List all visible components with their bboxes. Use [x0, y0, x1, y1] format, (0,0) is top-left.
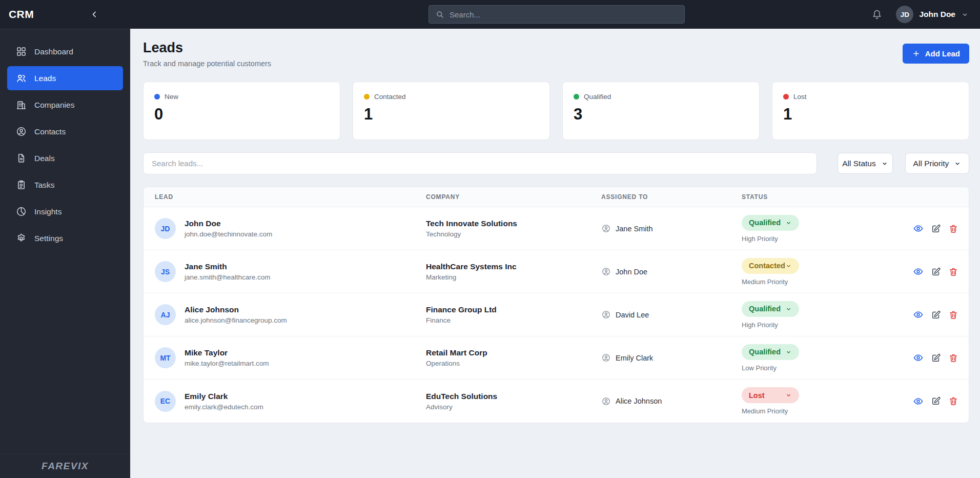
table-row: JS Jane Smith jane.smith@healthcare.com …: [144, 250, 969, 293]
lead-name: Emily Clark: [185, 392, 263, 401]
status-select[interactable]: Qualified: [742, 344, 799, 360]
sidebar-item-companies[interactable]: Companies: [7, 93, 123, 117]
eye-icon: [913, 396, 924, 407]
assigned-name: Jane Smith: [616, 225, 653, 233]
priority-label: Medium Priority: [742, 278, 907, 286]
priority-filter-select[interactable]: All Priority: [905, 153, 969, 174]
trash-icon: [948, 353, 958, 363]
lead-name: Mike Taylor: [185, 348, 269, 357]
company-name: HealthCare Systems Inc: [426, 262, 601, 271]
sidebar-item-leads[interactable]: Leads: [7, 66, 123, 90]
delete-button[interactable]: [948, 309, 958, 320]
sidebar-item-label: Settings: [34, 234, 63, 243]
sidebar-item-tasks[interactable]: Tasks: [7, 173, 123, 197]
sidebar-item-insights[interactable]: Insights: [7, 200, 123, 224]
stat-value: 1: [783, 105, 958, 124]
status-select[interactable]: Qualified: [742, 215, 799, 231]
stat-value: 3: [574, 105, 748, 124]
priority-label: High Priority: [742, 321, 907, 329]
leads-table: LEAD COMPANY ASSIGNED TO STATUS JD John …: [143, 187, 969, 423]
person-circle-icon: [601, 353, 611, 363]
view-button[interactable]: [913, 309, 924, 320]
chevron-down-icon: [881, 160, 888, 167]
insights-icon: [16, 206, 27, 217]
companies-icon: [16, 99, 27, 110]
global-search-input[interactable]: [450, 10, 678, 19]
sidebar-item-label: Leads: [34, 74, 56, 83]
company-industry: Marketing: [426, 273, 601, 281]
pencil-icon: [931, 353, 941, 363]
view-button[interactable]: [913, 396, 924, 407]
sidebar-item-deals[interactable]: Deals: [7, 146, 123, 170]
filter-row: All Status All Priority: [143, 152, 969, 174]
delete-button[interactable]: [948, 266, 958, 277]
notifications-button[interactable]: [871, 9, 883, 20]
priority-label: Medium Priority: [742, 407, 907, 415]
table-row: JD John Doe john.doe@techinnovate.com Te…: [144, 207, 969, 250]
eye-icon: [913, 266, 924, 277]
sidebar-item-label: Dashboard: [34, 47, 73, 56]
status-filter-select[interactable]: All Status: [838, 153, 893, 174]
view-button[interactable]: [913, 266, 924, 277]
lead-email: emily.clark@edutech.com: [185, 403, 263, 411]
person-circle-icon: [601, 396, 611, 406]
status-select[interactable]: Contacted: [742, 258, 799, 274]
status-select[interactable]: Lost: [742, 387, 799, 403]
edit-button[interactable]: [931, 266, 941, 277]
edit-button[interactable]: [931, 223, 941, 234]
sidebar-item-settings[interactable]: Settings: [7, 226, 123, 250]
lead-name: Alice Johnson: [185, 305, 287, 314]
stat-value: 1: [364, 105, 539, 124]
edit-button[interactable]: [931, 352, 941, 363]
add-lead-button[interactable]: Add Lead: [903, 44, 969, 64]
status-dot-lost: [783, 94, 789, 99]
user-avatar: JD: [896, 6, 913, 23]
leads-search-input[interactable]: [143, 152, 817, 174]
chevron-down-icon: [785, 392, 792, 399]
assigned-name: John Doe: [616, 268, 647, 276]
avatar: AJ: [155, 304, 176, 325]
status-select[interactable]: Qualified: [742, 301, 799, 317]
edit-button[interactable]: [931, 309, 941, 320]
assigned-name: Emily Clark: [616, 354, 653, 362]
column-header-lead: LEAD: [144, 193, 426, 201]
plus-icon: [912, 49, 921, 58]
sidebar-nav: Dashboard Leads Companies Contacts Deals: [0, 29, 130, 250]
column-header-assigned: ASSIGNED TO: [601, 193, 742, 201]
column-header-status: STATUS: [742, 193, 907, 201]
chevron-down-icon: [785, 349, 792, 355]
app-brand: CRM: [9, 8, 34, 21]
company-industry: Finance: [426, 316, 601, 324]
delete-button[interactable]: [948, 352, 958, 363]
delete-button[interactable]: [948, 396, 958, 407]
company-name: EduTech Solutions: [426, 392, 601, 401]
assigned-name: David Lee: [616, 311, 649, 319]
lead-name: Jane Smith: [185, 262, 271, 271]
stat-card-new: New 0: [143, 82, 340, 140]
edit-button[interactable]: [931, 396, 941, 407]
column-header-company: COMPANY: [426, 193, 601, 201]
user-menu[interactable]: JD John Doe: [896, 6, 969, 23]
view-button[interactable]: [913, 352, 924, 363]
sidebar-collapse-button[interactable]: [89, 9, 99, 19]
search-icon: [435, 10, 444, 19]
chevron-down-icon: [785, 220, 792, 226]
view-button[interactable]: [913, 223, 924, 234]
status-dot-contacted: [364, 94, 370, 99]
dashboard-icon: [16, 46, 27, 57]
topbar-right: JD John Doe: [871, 0, 969, 29]
sidebar-footer: FAREVIX: [0, 453, 130, 478]
assigned-name: Alice Johnson: [616, 397, 662, 405]
eye-icon: [913, 223, 924, 234]
page-title: Leads: [143, 40, 271, 56]
chevron-down-icon: [785, 263, 792, 269]
pencil-icon: [931, 224, 941, 234]
delete-button[interactable]: [948, 223, 958, 234]
stat-label: Lost: [793, 93, 807, 101]
status-dot-qualified: [574, 94, 579, 99]
sidebar-item-dashboard[interactable]: Dashboard: [7, 39, 123, 64]
eye-icon: [913, 309, 924, 320]
user-name: John Doe: [919, 10, 955, 19]
priority-label: High Priority: [742, 235, 907, 243]
sidebar-item-contacts[interactable]: Contacts: [7, 120, 123, 144]
